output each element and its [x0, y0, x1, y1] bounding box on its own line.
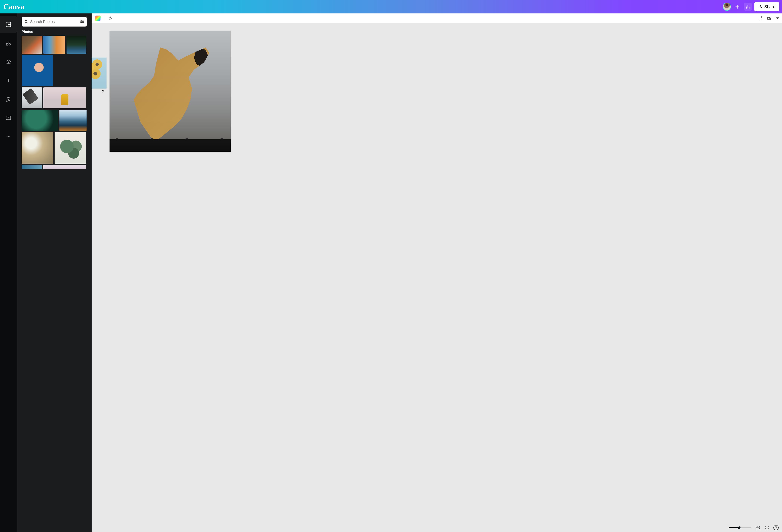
- grid-view-button[interactable]: [755, 525, 760, 530]
- svg-point-8: [81, 21, 82, 21]
- design-canvas[interactable]: [109, 31, 230, 152]
- question-mark-icon: ?: [775, 526, 777, 529]
- photo-thumbnail-placeholder: [55, 55, 86, 86]
- transparency-icon: [108, 16, 112, 21]
- photo-thumbnail[interactable]: [22, 87, 42, 108]
- canva-logo[interactable]: Canva: [3, 2, 24, 11]
- share-label: Share: [764, 4, 775, 9]
- fullscreen-button[interactable]: [765, 525, 769, 530]
- add-page-button[interactable]: [758, 16, 763, 21]
- search-filter-button[interactable]: [79, 18, 85, 25]
- cloud-upload-icon: [5, 59, 11, 65]
- editor-footer: ?: [92, 523, 782, 532]
- background-color-picker[interactable]: [95, 15, 101, 21]
- rail-videos[interactable]: [0, 110, 17, 126]
- zoom-slider-thumb[interactable]: [738, 526, 741, 529]
- svg-rect-13: [759, 17, 762, 20]
- mouse-cursor: [101, 89, 105, 93]
- transparency-button[interactable]: [107, 15, 113, 21]
- svg-point-10: [81, 22, 82, 23]
- photo-thumbnail[interactable]: [43, 36, 65, 53]
- search-bar[interactable]: [22, 17, 87, 27]
- svg-point-5: [8, 136, 9, 137]
- invite-button[interactable]: [733, 3, 741, 11]
- context-left-group: [94, 15, 113, 21]
- photo-thumbnail[interactable]: [22, 132, 53, 164]
- sliders-icon: [80, 20, 84, 24]
- photo-thumbnail[interactable]: [60, 110, 86, 131]
- help-button[interactable]: ?: [773, 525, 779, 530]
- search-icon: [24, 20, 28, 24]
- trash-icon: [775, 16, 779, 21]
- photo-thumbnail[interactable]: [22, 55, 53, 86]
- context-right-group: [758, 16, 779, 21]
- photo-thumbnail[interactable]: [22, 36, 42, 53]
- layout-icon: [5, 22, 11, 28]
- editor-context-toolbar: [92, 13, 782, 23]
- text-icon: [5, 78, 11, 83]
- duplicate-page-button[interactable]: [767, 16, 771, 21]
- share-button[interactable]: Share: [754, 2, 779, 11]
- left-tool-rail: [0, 13, 17, 532]
- dragging-photo-ghost[interactable]: [92, 58, 107, 88]
- svg-rect-15: [768, 17, 771, 20]
- svg-rect-16: [756, 526, 758, 527]
- rail-elements[interactable]: [0, 35, 17, 51]
- photo-thumbnail[interactable]: [43, 165, 86, 169]
- search-input[interactable]: [30, 20, 77, 24]
- grid-view-icon: [756, 526, 760, 530]
- fullscreen-icon: [765, 526, 769, 530]
- svg-point-4: [6, 136, 7, 137]
- rail-text[interactable]: [0, 72, 17, 89]
- svg-point-11: [109, 17, 111, 20]
- app-header: Canva Share: [0, 0, 782, 13]
- photo-thumbnail[interactable]: [22, 165, 42, 169]
- rail-templates[interactable]: [0, 16, 17, 33]
- svg-point-9: [83, 21, 83, 22]
- svg-rect-14: [768, 17, 770, 20]
- zoom-slider[interactable]: [729, 527, 751, 528]
- panel-section-title: Photos: [22, 30, 87, 34]
- more-horizontal-icon: [6, 134, 11, 139]
- shapes-icon: [5, 40, 11, 46]
- photo-grid: [22, 36, 87, 169]
- avatar-image: [723, 3, 731, 10]
- rail-audio[interactable]: [0, 91, 17, 108]
- rail-more[interactable]: [0, 128, 17, 145]
- photo-thumbnail[interactable]: [67, 36, 86, 53]
- main-area: Photos: [0, 13, 782, 532]
- svg-point-2: [9, 43, 11, 45]
- svg-rect-1: [6, 43, 8, 45]
- photos-panel: Photos: [17, 13, 92, 532]
- photo-thumbnail[interactable]: [22, 110, 58, 131]
- duplicate-icon: [767, 16, 771, 21]
- zoom-slider-fill: [729, 527, 739, 528]
- canvas-stage[interactable]: [92, 23, 782, 523]
- header-actions: Share: [723, 2, 779, 11]
- analytics-button[interactable]: [744, 3, 752, 11]
- user-avatar[interactable]: [723, 3, 731, 11]
- upload-icon: [758, 5, 762, 9]
- video-play-icon: [5, 115, 11, 121]
- add-page-icon: [758, 16, 763, 21]
- svg-point-6: [9, 136, 10, 137]
- photo-thumbnail[interactable]: [43, 87, 86, 108]
- music-note-icon: [5, 96, 11, 102]
- photo-thumbnail[interactable]: [55, 132, 86, 164]
- delete-page-button[interactable]: [775, 16, 779, 21]
- canvas-column: ?: [92, 13, 782, 532]
- rail-uploads[interactable]: [0, 53, 17, 70]
- bar-chart-icon: [745, 4, 750, 9]
- svg-rect-18: [756, 528, 759, 529]
- plus-icon: [735, 4, 740, 9]
- svg-rect-17: [758, 526, 759, 527]
